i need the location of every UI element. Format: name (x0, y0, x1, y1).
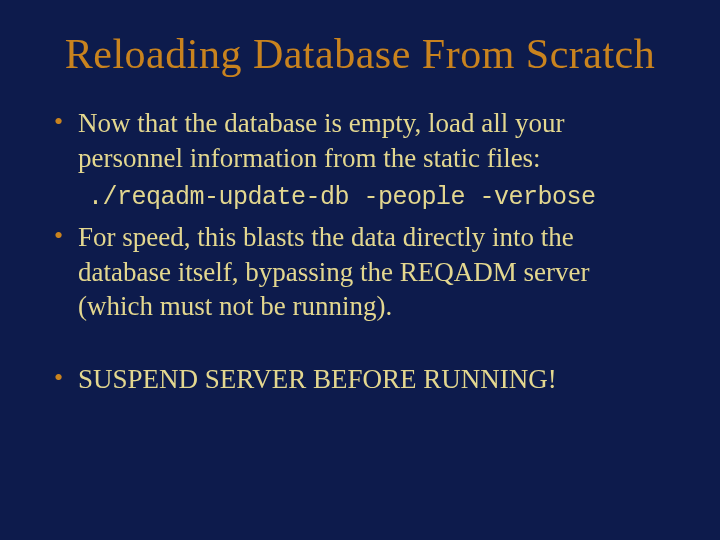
bullet-list: SUSPEND SERVER BEFORE RUNNING! (50, 362, 670, 397)
bullet-text: For speed, this blasts the data directly… (78, 222, 589, 321)
bullet-item: SUSPEND SERVER BEFORE RUNNING! (50, 362, 670, 397)
bullet-item: Now that the database is empty, load all… (50, 106, 670, 175)
slide-title: Reloading Database From Scratch (50, 30, 670, 78)
code-command: ./reqadm-update-db -people -verbose (88, 183, 670, 212)
bullet-item: For speed, this blasts the data directly… (50, 220, 670, 324)
bullet-list: For speed, this blasts the data directly… (50, 220, 670, 324)
slide-container: Reloading Database From Scratch Now that… (0, 0, 720, 540)
bullet-text: SUSPEND SERVER BEFORE RUNNING! (78, 364, 557, 394)
bullet-list: Now that the database is empty, load all… (50, 106, 670, 175)
spacer (50, 332, 670, 362)
bullet-text: Now that the database is empty, load all… (78, 108, 564, 173)
